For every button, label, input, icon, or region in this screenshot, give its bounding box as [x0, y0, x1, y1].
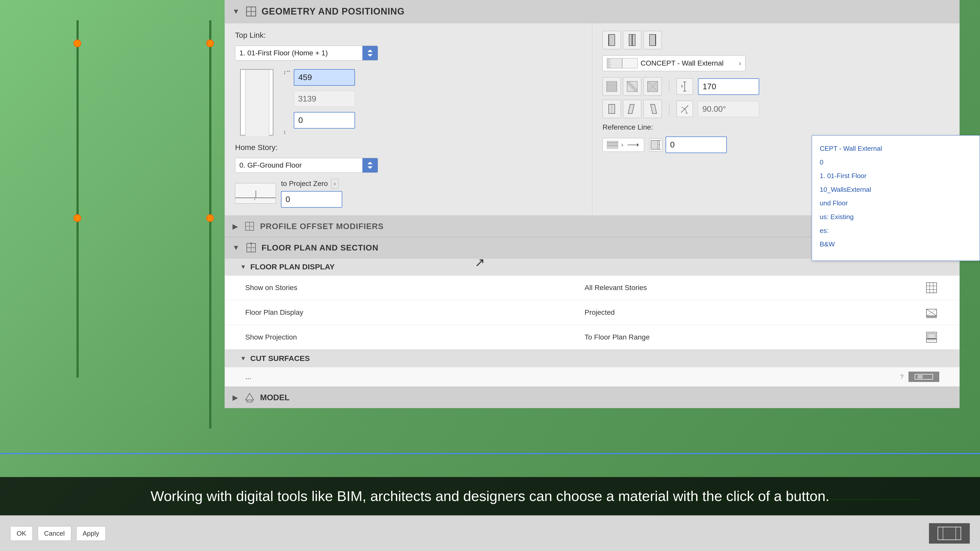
model-title: MODEL [260, 393, 290, 402]
floor-plan-display-title: FLOOR PLAN DISPLAY [250, 262, 335, 271]
tooltip-line-8: B&W [820, 239, 972, 250]
tooltip-line-6: us: Existing [820, 212, 972, 222]
svg-rect-84 [918, 375, 923, 379]
wall-diagram-outer [240, 69, 273, 135]
model-icon [243, 391, 256, 404]
floor-plan-display-icon[interactable] [924, 305, 939, 320]
home-story-label: Home Story: [235, 143, 286, 152]
svg-rect-80 [928, 333, 935, 338]
home-story-dropdown[interactable]: 0. GF-Ground Floor [235, 158, 378, 173]
svg-marker-5 [368, 162, 372, 164]
geometry-icon [245, 5, 258, 18]
ref-offset-controls: + [649, 137, 727, 153]
svg-marker-43 [628, 104, 634, 114]
material-chevron-icon: › [739, 59, 741, 67]
wall-tilt-btn-3[interactable] [643, 100, 662, 118]
cross-section-btn-1[interactable] [603, 77, 621, 96]
wall-align-btn-2[interactable] [623, 31, 641, 49]
wall-align-btn-3[interactable] [643, 31, 662, 49]
project-zero-expand-btn[interactable]: › [331, 179, 339, 189]
height-readonly-input [294, 91, 355, 107]
reference-line-dropdown[interactable]: › [603, 138, 644, 152]
ground-arrow: ↓ [253, 195, 256, 201]
toolbar-btn-2[interactable]: Cancel [38, 526, 71, 541]
cut-surfaces-collapse[interactable]: ▼ [240, 355, 246, 362]
svg-marker-85 [245, 393, 254, 400]
svg-rect-47 [607, 141, 618, 149]
svg-text:α: α [686, 111, 687, 114]
thickness-input[interactable] [698, 78, 759, 95]
tooltip-panel: CEPT - Wall External 0 1. 01-First Floor… [811, 135, 980, 261]
svg-marker-4 [368, 54, 372, 57]
geometry-section-title: GEOMETRY AND POSITIONING [262, 6, 405, 17]
material-solid-preview [622, 58, 638, 68]
ref-offset-icon[interactable]: + [649, 138, 662, 151]
show-on-stories-icon[interactable] [924, 280, 939, 295]
profile-offset-icon [243, 220, 256, 233]
svg-text:h: h [681, 84, 683, 88]
project-zero-input[interactable] [281, 191, 342, 208]
svg-rect-87 [938, 527, 961, 540]
cut-surfaces-header[interactable]: ▼ CUT SURFACES [225, 350, 959, 367]
height-indicator-icon[interactable]: h [676, 78, 693, 95]
material-hatch-preview [607, 58, 622, 68]
tooltip-line-1: CEPT - Wall External [820, 143, 972, 154]
model-collapse-arrow[interactable]: ▶ [232, 393, 238, 402]
top-link-stepper[interactable] [363, 46, 378, 60]
toolbar-btn-3[interactable]: Apply [76, 526, 106, 541]
wall-tilt-row: α [603, 100, 950, 118]
separator-2 [669, 103, 670, 115]
dim-cross-top: ↔ [286, 68, 291, 75]
wall-alignment-buttons [603, 31, 662, 49]
geometry-section-header[interactable]: ▼ GEOMETRY AND POSITIONING [225, 0, 959, 23]
top-link-dropdown[interactable]: 1. 01-First Floor (Home + 1) [235, 46, 378, 60]
angle-icon-btn[interactable]: α [676, 101, 693, 117]
floor-plan-title: FLOOR PLAN AND SECTION [262, 243, 379, 252]
floor-plan-display-header[interactable]: ▼ FLOOR PLAN DISPLAY [225, 259, 959, 275]
profile-offset-title: PROFILE OFFSET MODIFIERS [260, 222, 383, 231]
top-link-label: Top Link: [235, 31, 286, 40]
floor-plan-display-value: Projected [585, 308, 924, 317]
home-story-stepper[interactable] [363, 158, 378, 172]
cross-section-row: h [603, 77, 950, 96]
top-link-value: 1. 01-First Floor (Home + 1) [239, 49, 374, 57]
blue-line-bottom [0, 453, 980, 454]
toolbar-btn-1[interactable]: OK [10, 526, 33, 541]
height-input[interactable] [294, 69, 355, 86]
svg-rect-70 [926, 283, 937, 293]
profile-offset-collapse-arrow[interactable]: ▶ [232, 222, 238, 230]
wall-tilt-btn-2[interactable] [623, 100, 641, 118]
show-projection-icon[interactable] [924, 330, 939, 345]
material-selector[interactable]: CONCEPT - Wall External › [603, 56, 746, 71]
tooltip-line-7: es: [820, 225, 972, 236]
cut-surfaces-question: ? [900, 373, 904, 380]
toolbar-view-icon[interactable] [929, 523, 970, 544]
caption-text: Working with digital tools like BIM, arc… [151, 486, 829, 506]
model-section-header[interactable]: ▶ MODEL [225, 387, 959, 408]
svg-rect-78 [926, 316, 937, 318]
cut-surfaces-row-1: ... ? [225, 367, 959, 387]
offset-input[interactable] [294, 112, 355, 129]
floor-plan-collapse-arrow[interactable]: ▼ [232, 244, 240, 252]
reference-line-arrow-indicator: › [621, 141, 624, 149]
cross-section-btn-3[interactable] [643, 77, 662, 96]
floor-plan-display-collapse[interactable]: ▼ [240, 263, 246, 270]
show-on-stories-label: Show on Stories [245, 284, 585, 292]
wall-diagram-inner [245, 70, 269, 136]
tooltip-line-3: 1. 01-First Floor [820, 171, 972, 181]
floor-plan-icon [245, 241, 258, 254]
wall-align-btn-1[interactable] [603, 31, 621, 49]
geometry-collapse-arrow[interactable]: ▼ [232, 7, 240, 16]
svg-marker-6 [368, 166, 372, 169]
cut-surfaces-icon-display[interactable] [908, 372, 939, 382]
ground-diagram: ↓ [235, 183, 276, 203]
home-story-value: 0. GF-Ground Floor [239, 161, 374, 169]
reference-line-label: Reference Line: [603, 123, 653, 131]
cross-section-btn-2[interactable] [623, 77, 641, 96]
wall-tilt-btn-1[interactable] [603, 100, 621, 118]
ref-offset-input[interactable] [666, 137, 727, 153]
show-on-stories-row: Show on Stories All Relevant Stories [225, 275, 959, 300]
corner-marker-1 [206, 40, 214, 47]
top-link-row: Top Link: [235, 31, 582, 40]
project-zero-controls: to Project Zero › [281, 179, 342, 208]
